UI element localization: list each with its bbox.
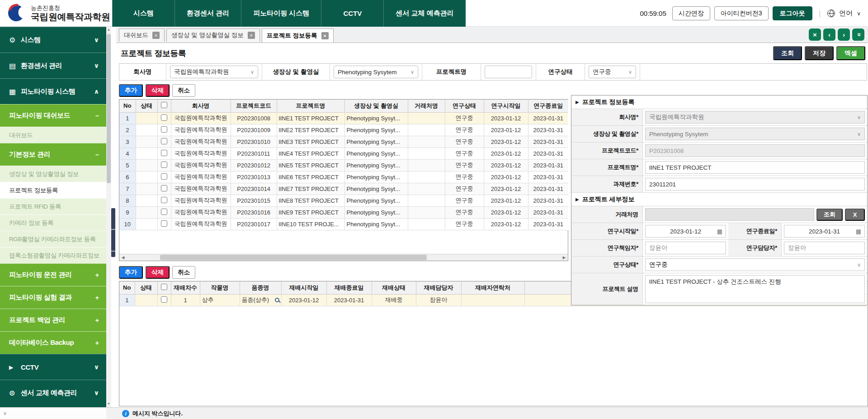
tab-control-button[interactable]: › bbox=[838, 29, 850, 41]
language-label[interactable]: 언어 bbox=[839, 9, 853, 18]
research-status-select[interactable]: 연구중 ∨ bbox=[645, 258, 865, 271]
top-nav-item[interactable]: 피노타이핑 시스템 bbox=[241, 0, 321, 27]
sidebar-splitter-handle[interactable] bbox=[111, 208, 115, 257]
project-table-row[interactable]: 4 국립원예특작과학원 P202301011 lINE4 TEST PROJEC… bbox=[119, 148, 568, 159]
sidebar-item[interactable]: 환경센서 관리 ∨ bbox=[0, 52, 106, 78]
tab-close-icon[interactable]: × bbox=[152, 32, 160, 39]
row-checkbox[interactable] bbox=[161, 150, 167, 156]
sidebar-item[interactable]: 카메라 정보 등록 bbox=[0, 214, 106, 231]
scroll-up-icon[interactable]: ▲ bbox=[106, 27, 111, 33]
sidebar-item[interactable]: 피노타이핑 대쉬보드 − bbox=[0, 104, 106, 127]
top-nav-item[interactable]: CCTV bbox=[321, 0, 383, 27]
project-table-row[interactable]: 3 국립원예특작과학원 P202301010 lINE3 TEST PROJEC… bbox=[119, 136, 568, 148]
row-checkbox[interactable] bbox=[161, 209, 167, 215]
end-date-field[interactable]: 2023-01-31 ▦ bbox=[784, 225, 865, 238]
project-table-row[interactable]: 5 국립원예특작과학원 P202301012 lINE5 TEST PROJEC… bbox=[119, 159, 568, 171]
company-select[interactable]: 국립원예특작과학원 ∨ bbox=[645, 111, 865, 124]
document-tab[interactable]: 대쉬보드 × bbox=[119, 29, 165, 42]
row-checkbox[interactable] bbox=[161, 162, 167, 168]
manager-field[interactable]: 장윤아 bbox=[784, 242, 865, 254]
sidebar-scrollbar-thumb[interactable] bbox=[107, 34, 111, 183]
sidebar-item[interactable]: 프로젝트 정보등록 bbox=[0, 182, 106, 198]
scroll-down-icon[interactable]: ▼ bbox=[106, 401, 111, 407]
sidebar-item[interactable]: 피노타이핑 시스템 ∧ bbox=[0, 78, 106, 104]
tab-close-icon[interactable]: × bbox=[248, 32, 255, 39]
logout-button[interactable]: 로그아웃 bbox=[773, 6, 812, 20]
top-nav-item[interactable]: 센서 교체 예측관리 bbox=[383, 0, 465, 27]
tab-control-button[interactable]: « bbox=[852, 29, 864, 41]
sidebar-item[interactable]: 대쉬보드 bbox=[0, 127, 106, 143]
project-table-row[interactable]: 7 국립원예특작과학원 P202301014 lINE7 TEST PROJEC… bbox=[119, 183, 568, 195]
scroll-left-icon[interactable]: ◀ bbox=[119, 254, 127, 261]
row-checkbox[interactable] bbox=[161, 114, 167, 121]
sidebar-bottom-scroll[interactable]: ∨ bbox=[0, 407, 106, 419]
project-name-field[interactable]: lINE1 TEST PROJECT bbox=[645, 161, 865, 174]
row-checkbox[interactable] bbox=[161, 126, 167, 133]
filter-project-input[interactable] bbox=[485, 66, 532, 78]
cancel-button[interactable]: 취소 bbox=[172, 266, 195, 279]
leader-field[interactable]: 장윤아 bbox=[645, 242, 726, 254]
project-table-row[interactable]: 10 국립원예특작과학원 P202301017 lINE10 TEST PROJ… bbox=[119, 218, 568, 230]
sidebar-item[interactable]: 피노타이핑 실험 결과 + bbox=[0, 286, 106, 309]
sidebar-item[interactable]: 데이타베이스 Backup + bbox=[0, 331, 106, 354]
scroll-right-icon[interactable]: ▶ bbox=[561, 254, 568, 261]
sidebar-item[interactable]: 센서 교체 예측관리 ∨ bbox=[0, 380, 106, 405]
project-table-row[interactable]: 6 국립원예특작과학원 P202301013 lINE6 TEST PROJEC… bbox=[119, 171, 568, 183]
sidebar-item[interactable]: RGB촬영실 카메라좌표정보 등록 bbox=[0, 231, 106, 247]
sidebar-item[interactable]: CCTV ∨ bbox=[0, 354, 106, 380]
horizontal-scrollbar[interactable]: ◀ ▶ bbox=[119, 254, 568, 261]
calendar-icon[interactable]: ▦ bbox=[856, 228, 861, 235]
row-checkbox[interactable] bbox=[161, 220, 167, 227]
row-checkbox[interactable] bbox=[161, 173, 167, 180]
add-button[interactable]: 추가 bbox=[119, 84, 143, 97]
description-textarea[interactable]: lINE1 TEST PROJECT - 상추 건조스트레스 진행 bbox=[645, 275, 865, 303]
search-button[interactable]: 조회 bbox=[773, 46, 802, 60]
calendar-icon[interactable]: ▦ bbox=[717, 228, 722, 235]
cancel-button[interactable]: 취소 bbox=[172, 84, 195, 97]
excel-export-button[interactable]: 엑셀 bbox=[836, 46, 865, 60]
sidebar-item[interactable]: 시스템 ∨ bbox=[0, 27, 106, 52]
start-date-field[interactable]: 2023-01-12 ▦ bbox=[645, 225, 726, 238]
horizontal-scrollbar-thumb[interactable] bbox=[160, 255, 427, 260]
client-search-button[interactable]: 조회 bbox=[816, 209, 843, 221]
tab-control-button[interactable]: ‹ bbox=[823, 29, 835, 41]
row-checkbox[interactable] bbox=[161, 185, 167, 191]
row-checkbox[interactable] bbox=[161, 138, 167, 144]
sidebar-item[interactable]: 엽록소형광촬영실 카메라좌표정보 등록 bbox=[0, 247, 106, 263]
filter-room-select[interactable]: Phenotyping Sysytem∨ bbox=[334, 66, 418, 78]
scroll-down-icon[interactable]: ∨ bbox=[3, 410, 7, 416]
project-table-row[interactable]: 2 국립원예특작과학원 P202301009 lINE2 TEST PROJEC… bbox=[119, 124, 568, 136]
sidebar-item[interactable]: 프로젝트 RFID 등록 bbox=[0, 198, 106, 214]
variety-search-icon[interactable] bbox=[275, 298, 279, 302]
document-tab[interactable]: 프로젝트 정보등록 × bbox=[262, 29, 334, 43]
delete-button[interactable]: 삭제 bbox=[146, 266, 170, 279]
tab-control-button[interactable]: × bbox=[809, 29, 821, 41]
sidebar-item[interactable]: 기본정보 관리 − bbox=[0, 143, 106, 166]
project-table-row[interactable]: 9 국립원예특작과학원 P202301016 lINE9 TEST PROJEC… bbox=[119, 206, 568, 218]
delete-button[interactable]: 삭제 bbox=[146, 84, 170, 97]
sidebar-item[interactable]: 프로젝트 백업 관리 + bbox=[0, 309, 106, 331]
top-nav-item[interactable]: 시스템 bbox=[112, 0, 175, 27]
project-table-row[interactable]: 8 국립원예특작과학원 P202301015 lINE8 TEST PROJEC… bbox=[119, 195, 568, 206]
filter-status-select[interactable]: 연구중∨ bbox=[589, 66, 636, 78]
sidebar-item[interactable]: 생장상 및 영상촬영실 정보 bbox=[0, 166, 106, 182]
language-chevron-down-icon[interactable]: ∨ bbox=[857, 10, 861, 17]
room-select[interactable]: Phenotyping Sysytem ∨ bbox=[645, 128, 865, 140]
sidebar-scrollbar[interactable]: ▲ ▼ bbox=[106, 27, 111, 407]
row-checkbox[interactable] bbox=[161, 197, 167, 203]
row-checkbox[interactable] bbox=[161, 296, 167, 303]
client-clear-button[interactable]: X bbox=[845, 209, 865, 221]
filter-company-select[interactable]: 국립원예특작과학원∨ bbox=[170, 66, 258, 78]
user-button[interactable]: 아이티컨버전3 bbox=[714, 6, 769, 20]
select-all-checkbox[interactable] bbox=[161, 102, 167, 108]
select-all-checkbox[interactable] bbox=[161, 284, 167, 290]
sidebar-item[interactable]: 피노타이핑 운전 관리 + bbox=[0, 263, 106, 286]
tab-close-icon[interactable]: × bbox=[321, 32, 329, 39]
save-button[interactable]: 저장 bbox=[805, 46, 834, 60]
extend-time-button[interactable]: 시간연장 bbox=[672, 6, 710, 20]
add-button[interactable]: 추가 bbox=[119, 266, 143, 279]
task-no-field[interactable]: 23011201 bbox=[645, 178, 865, 190]
project-table-row[interactable]: 1 국립원예특작과학원 P202301008 lINE1 TEST PROJEC… bbox=[119, 112, 568, 124]
top-nav-item[interactable]: 환경센서 관리 bbox=[175, 0, 241, 27]
document-tab[interactable]: 생장상 및 영상촬영실 정보 × bbox=[166, 29, 260, 42]
